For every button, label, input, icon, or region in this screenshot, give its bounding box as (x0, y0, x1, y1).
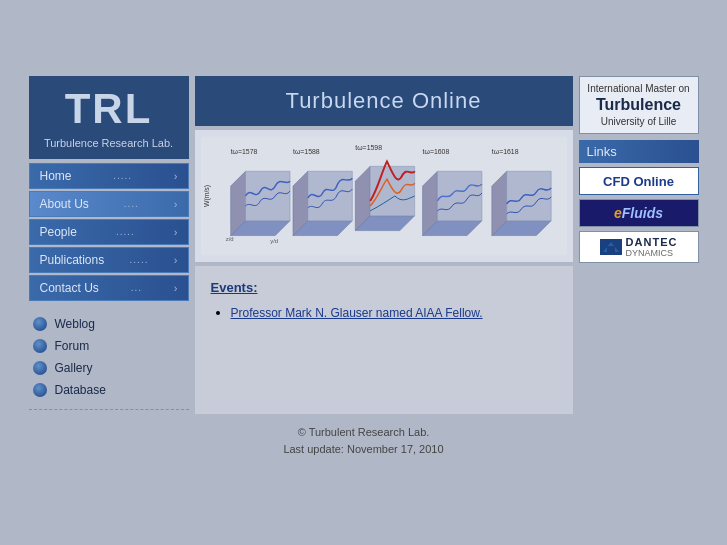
svg-text:tω=1618: tω=1618 (491, 149, 518, 156)
nav-item-home[interactable]: Home ..... › (29, 163, 189, 189)
sidebar-divider (29, 409, 189, 410)
master-title: International Master on (586, 83, 692, 94)
bullet-item-forum[interactable]: Forum (33, 339, 185, 353)
links-section: Links CFD Online eFluids (579, 140, 699, 267)
svg-text:tω=1588: tω=1588 (292, 149, 319, 156)
list-item: Professor Mark N. Glauser named AIAA Fel… (231, 305, 557, 320)
svg-text:tω=1608: tω=1608 (422, 149, 449, 156)
link-button-dantec[interactable]: DANTEC DYNAMICS (579, 231, 699, 263)
nav-dots-home: ..... (113, 170, 132, 181)
center-header: Turbulence Online (195, 76, 573, 126)
efluids-label: eFluids (614, 205, 663, 221)
nav-label-about: About Us (40, 197, 89, 211)
svg-marker-5 (245, 172, 290, 221)
nav-item-people[interactable]: People ..... › (29, 219, 189, 245)
dantec-logo-row: DANTEC DYNAMICS (600, 236, 678, 258)
nav-dots-about: .... (124, 198, 139, 209)
bullet-item-weblog[interactable]: Weblog (33, 317, 185, 331)
bullet-item-database[interactable]: Database (33, 383, 185, 397)
bullet-menu: Weblog Forum Gallery Database (29, 309, 189, 405)
footer-update: Last update: November 17, 2010 (39, 441, 689, 459)
svg-marker-23 (506, 172, 551, 221)
nav-item-about[interactable]: About Us .... › (29, 191, 189, 217)
logo-box: TRL Turbulence Research Lab. (29, 76, 189, 158)
nav-menu: Home ..... › About Us .... › People ....… (29, 163, 189, 301)
events-box: Events: Professor Mark N. Glauser named … (195, 266, 573, 413)
logo-trl: TRL (39, 86, 179, 132)
svg-marker-11 (307, 172, 352, 221)
dantec-icon (600, 239, 622, 255)
bullet-label-forum: Forum (55, 339, 90, 353)
nav-dots-contact: ... (131, 282, 142, 293)
footer: © Turbulent Research Lab. Last update: N… (29, 414, 699, 469)
nav-label-people: People (40, 225, 77, 239)
bullet-dot-gallery (33, 361, 47, 375)
dantec-text-group: DANTEC DYNAMICS (626, 236, 678, 258)
cfd-label: CFD Online (603, 174, 674, 189)
nav-arrow-publications: › (174, 254, 178, 266)
bullet-label-gallery: Gallery (55, 361, 93, 375)
nav-arrow-people: › (174, 226, 178, 238)
svg-text:W(m/s): W(m/s) (202, 185, 210, 207)
center-title: Turbulence Online (286, 88, 482, 114)
svg-rect-25 (607, 246, 615, 252)
nav-dots-publications: ..... (130, 254, 149, 265)
logo-subtitle: Turbulence Research Lab. (39, 137, 179, 149)
nav-item-publications[interactable]: Publications ..... › (29, 247, 189, 273)
bullet-dot-weblog (33, 317, 47, 331)
nav-item-contact[interactable]: Contact Us ... › (29, 275, 189, 301)
link-button-efluids[interactable]: eFluids (579, 199, 699, 227)
nav-dots-people: ..... (116, 226, 135, 237)
nav-arrow-home: › (174, 170, 178, 182)
turbulence-viz: W(m/s) tω=1578 z/d y/d (201, 136, 567, 256)
nav-label-publications: Publications (40, 253, 105, 267)
links-header: Links (579, 140, 699, 163)
right-sidebar: International Master on Turbulence Unive… (579, 76, 699, 413)
events-list: Professor Mark N. Glauser named AIAA Fel… (211, 305, 557, 320)
bullet-dot-database (33, 383, 47, 397)
bullet-dot-forum (33, 339, 47, 353)
bullet-item-gallery[interactable]: Gallery (33, 361, 185, 375)
nav-label-contact: Contact Us (40, 281, 99, 295)
left-sidebar: TRL Turbulence Research Lab. Home ..... … (29, 76, 189, 413)
nav-label-home: Home (40, 169, 72, 183)
nav-arrow-about: › (174, 198, 178, 210)
turbulence-image-box: W(m/s) tω=1578 z/d y/d (195, 130, 573, 262)
center-content: Turbulence Online W(m/s) tω=1578 (195, 76, 573, 413)
link-button-cfd[interactable]: CFD Online (579, 167, 699, 195)
master-turbulence: Turbulence (586, 96, 692, 114)
svg-text:tω=1578: tω=1578 (230, 149, 257, 156)
nav-arrow-contact: › (174, 282, 178, 294)
master-university: University of Lille (586, 116, 692, 127)
footer-copyright: © Turbulent Research Lab. (39, 424, 689, 442)
svg-text:y/d: y/d (270, 239, 278, 245)
events-title: Events: (211, 280, 557, 295)
svg-text:tω=1598: tω=1598 (355, 144, 382, 151)
dantec-sub: DYNAMICS (626, 248, 678, 258)
bullet-label-database: Database (55, 383, 106, 397)
event-link-glauser[interactable]: Professor Mark N. Glauser named AIAA Fel… (231, 306, 483, 320)
dantec-text: DANTEC (626, 236, 678, 248)
svg-text:z/d: z/d (225, 236, 233, 242)
master-box: International Master on Turbulence Unive… (579, 76, 699, 134)
bullet-label-weblog: Weblog (55, 317, 95, 331)
